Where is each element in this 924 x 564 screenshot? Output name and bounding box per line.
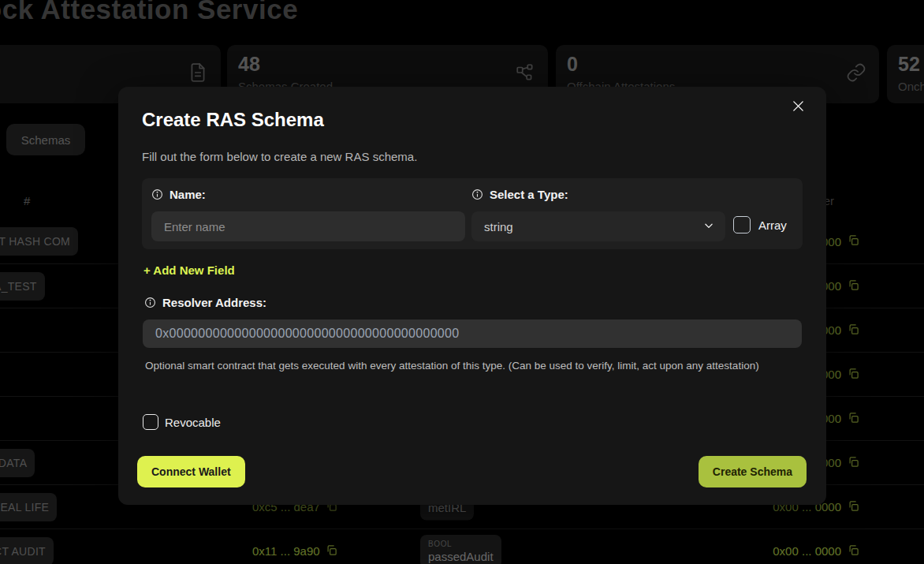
- info-icon: [471, 189, 483, 200]
- create-schema-modal: Create RAS Schema Fill out the form belo…: [118, 87, 826, 505]
- close-icon[interactable]: [790, 98, 806, 114]
- modal-subtitle: Fill out the form below to create a new …: [142, 150, 417, 163]
- revocable-checkbox-label: Revocable: [165, 416, 221, 429]
- array-checkbox-label: Array: [758, 219, 787, 232]
- modal-title: Create RAS Schema: [142, 109, 324, 131]
- type-select[interactable]: string: [471, 211, 725, 241]
- connect-wallet-button[interactable]: Connect Wallet: [137, 456, 245, 487]
- revocable-checkbox[interactable]: [143, 414, 158, 430]
- info-icon: [144, 297, 156, 308]
- resolver-address-input[interactable]: [143, 319, 802, 348]
- info-icon: [151, 189, 163, 200]
- resolver-help-text: Optional smart contract that gets execut…: [145, 358, 777, 374]
- type-field-label: Select a Type:: [471, 188, 568, 201]
- app-viewport: Rootstock Attestation Service 48 Schemas…: [0, 0, 924, 564]
- array-checkbox[interactable]: [733, 216, 751, 233]
- name-input[interactable]: [151, 211, 465, 241]
- add-new-field-link[interactable]: + Add New Field: [143, 263, 235, 277]
- chevron-down-icon: [703, 220, 714, 233]
- field-row-panel: Name: Select a Type: string Array: [142, 178, 803, 249]
- type-select-value: string: [484, 220, 513, 233]
- create-schema-button[interactable]: Create Schema: [699, 456, 807, 487]
- name-field-label: Name:: [151, 188, 206, 201]
- resolver-field-label: Resolver Address:: [144, 296, 266, 309]
